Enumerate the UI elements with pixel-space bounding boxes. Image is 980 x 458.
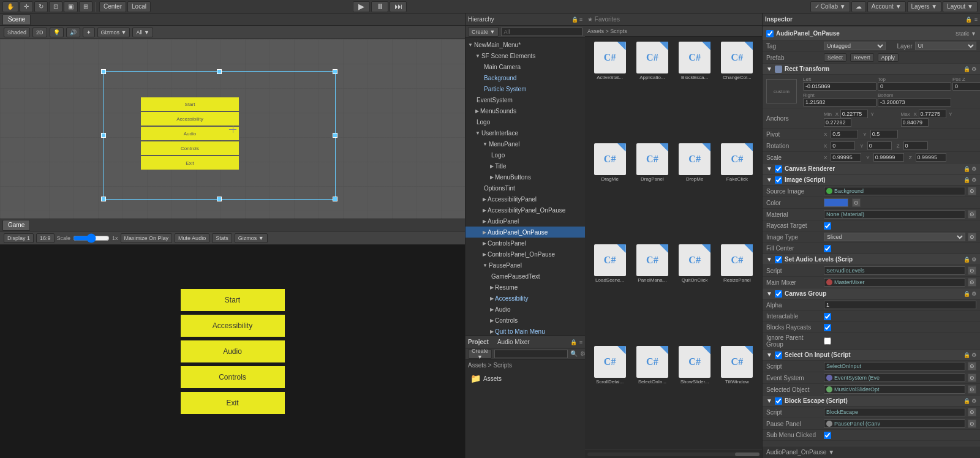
anchor-min-x-field[interactable] bbox=[840, 110, 868, 118]
asset-icon-4[interactable] bbox=[594, 143, 626, 175]
asset-icon-13[interactable] bbox=[636, 346, 668, 378]
move-tool-btn[interactable]: ✛ bbox=[20, 1, 33, 12]
h-item-controls-pause[interactable]: ▶ Controls bbox=[466, 315, 585, 326]
cloud-btn[interactable]: ☁ bbox=[851, 1, 866, 12]
insp-selectoninput-header[interactable]: ▼ Select On Input (Script 🔒 ⚙ bbox=[763, 350, 980, 361]
scroll-thumb[interactable] bbox=[735, 452, 760, 456]
h-item-menubuttons[interactable]: ▶ MenuButtons bbox=[466, 171, 585, 182]
insp-apply-btn[interactable]: Apply bbox=[878, 53, 899, 62]
scroll-track[interactable] bbox=[587, 452, 760, 456]
raycast-checkbox[interactable] bbox=[824, 222, 831, 230]
rect-left-field[interactable] bbox=[803, 82, 876, 91]
soi-checkbox[interactable] bbox=[775, 351, 782, 359]
h-item-accessibility-onpause[interactable]: ▶ AccessibilityPanel_OnPause bbox=[466, 205, 585, 216]
game-start-btn[interactable]: Start bbox=[181, 289, 285, 311]
display-btn[interactable]: Display 1 bbox=[4, 233, 34, 243]
tab-game[interactable]: Game bbox=[2, 220, 30, 231]
effects-btn[interactable]: ✦ bbox=[83, 28, 95, 37]
h-item-audiopanel[interactable]: ▶ AudioPanel bbox=[466, 216, 585, 227]
h-item-accessibilitypanel[interactable]: ▶ AccessibilityPanel bbox=[466, 193, 585, 205]
mute-btn[interactable]: Mute Audio bbox=[175, 233, 209, 243]
color-preview[interactable] bbox=[824, 198, 848, 207]
rect-posz-field[interactable] bbox=[952, 82, 980, 91]
asset-icon-14[interactable] bbox=[679, 346, 710, 378]
h-item-eventsystem[interactable]: EventSystem bbox=[466, 94, 585, 105]
asset-icon-8[interactable] bbox=[594, 244, 626, 276]
asset-icon-3[interactable] bbox=[721, 42, 753, 73]
gizmos-game-btn[interactable]: Gizmos ▼ bbox=[235, 233, 268, 243]
cg-checkbox[interactable] bbox=[775, 290, 782, 298]
hierarchy-search[interactable] bbox=[501, 28, 582, 36]
scale-slider[interactable] bbox=[73, 235, 110, 242]
ignoreparent-checkbox[interactable] bbox=[824, 337, 831, 345]
tab-scene[interactable]: Scene bbox=[2, 14, 31, 25]
h-item-gamepausedtext[interactable]: GamePausedText bbox=[466, 271, 585, 282]
asset-icon-11[interactable] bbox=[721, 244, 753, 276]
rotate-tool-btn[interactable]: ↻ bbox=[34, 1, 48, 12]
soi-script-pick[interactable]: ⊙ bbox=[968, 362, 976, 370]
lights-btn[interactable]: 💡 bbox=[50, 28, 64, 37]
rot-x-field[interactable] bbox=[831, 141, 855, 150]
soi-so-field[interactable]: MusicVolSliderOpt bbox=[824, 385, 965, 394]
insp-canvasgroup-header[interactable]: ▼ Canvas Group 🔒 ⚙ bbox=[763, 288, 980, 299]
rect-right-field[interactable] bbox=[803, 98, 876, 107]
account-btn[interactable]: Account ▼ bbox=[867, 1, 906, 12]
h-item-maincam[interactable]: Main Camera bbox=[466, 61, 585, 72]
hierarchy-create-btn[interactable]: Create ▼ bbox=[468, 27, 499, 37]
ratio-btn[interactable]: 16:9 bbox=[36, 233, 55, 243]
game-controls-btn[interactable]: Controls bbox=[181, 366, 285, 388]
h-item-menupanel[interactable]: ▼ MenuPanel bbox=[466, 138, 585, 149]
imagetype-btn[interactable]: ⊙ bbox=[968, 233, 976, 241]
h-item-menusounds[interactable]: ▶ MenuSounds bbox=[466, 105, 585, 116]
rect-anchor-widget[interactable]: custom bbox=[766, 79, 797, 103]
asset-icon-12[interactable] bbox=[594, 346, 626, 378]
project-create-btn[interactable]: Create ▼ bbox=[468, 349, 492, 359]
anchor-max-x-field[interactable] bbox=[919, 110, 946, 118]
soi-es-pick[interactable]: ⊙ bbox=[968, 374, 976, 382]
be-pp-pick[interactable]: ⊙ bbox=[968, 419, 976, 428]
h-item-userinterface[interactable]: ▼ UserInterface bbox=[466, 127, 585, 138]
pause-btn[interactable]: ⏸ bbox=[371, 1, 388, 12]
sal-mixer-field[interactable]: MasterMixer bbox=[824, 278, 965, 287]
material-field[interactable]: None (Material) bbox=[824, 210, 965, 219]
imagetype-select[interactable]: Sliced bbox=[824, 233, 965, 241]
game-audio-btn[interactable]: Audio bbox=[181, 340, 285, 362]
h-item-sfscene[interactable]: ▼ SF Scene Elements bbox=[466, 50, 585, 61]
h-item-controls-onpause[interactable]: ▶ ControlsPanel_OnPause bbox=[466, 249, 585, 260]
h-item-audio-pause[interactable]: ▶ Audio bbox=[466, 304, 585, 315]
scale-tool-btn[interactable]: ⊡ bbox=[49, 1, 62, 12]
interactable-checkbox[interactable] bbox=[824, 313, 831, 320]
asset-icon-10[interactable] bbox=[679, 244, 710, 276]
h-item-audio-onpause[interactable]: ▶ AudioPanel_OnPause bbox=[466, 227, 585, 238]
be-checkbox[interactable] bbox=[775, 397, 782, 405]
gizmos-scene-btn[interactable]: Gizmos ▼ bbox=[97, 28, 130, 37]
collab-btn[interactable]: ✓ Collab ▼ bbox=[810, 1, 850, 12]
hand-tool-btn[interactable]: ✋ bbox=[2, 1, 18, 12]
insp-layer-select[interactable]: UI bbox=[915, 42, 977, 50]
h-item-accessibility-pause[interactable]: ▶ Accessibility bbox=[466, 293, 585, 304]
layers-scene-btn[interactable]: All ▼ bbox=[132, 28, 153, 37]
asset-icon-5[interactable] bbox=[636, 143, 668, 175]
blocksraycasts-checkbox[interactable] bbox=[824, 324, 831, 331]
anchor-min-y-field[interactable] bbox=[824, 118, 851, 127]
insp-setaudio-header[interactable]: ▼ Set Audio Levels (Scrip 🔒 ⚙ bbox=[763, 254, 980, 265]
breadcrumb-assets[interactable]: Assets bbox=[468, 362, 486, 369]
asset-icon-6[interactable] bbox=[679, 143, 710, 175]
asset-icon-7[interactable] bbox=[721, 143, 753, 175]
breadcrumb-scripts[interactable]: Scripts bbox=[493, 362, 512, 369]
be-sm-checkbox[interactable] bbox=[824, 432, 831, 439]
center-btn[interactable]: Center bbox=[99, 1, 126, 12]
rot-z-field[interactable] bbox=[903, 141, 928, 150]
asset-icon-1[interactable] bbox=[636, 42, 668, 73]
be-script-field[interactable]: BlockEscape bbox=[824, 408, 965, 416]
setaudio-checkbox[interactable] bbox=[775, 256, 782, 263]
maximize-btn[interactable]: Maximize On Play bbox=[121, 233, 173, 243]
canvas-renderer-checkbox[interactable] bbox=[775, 165, 782, 173]
asset-icon-0[interactable] bbox=[594, 42, 626, 73]
asset-icon-2[interactable] bbox=[679, 42, 710, 73]
pivot-y-field[interactable] bbox=[870, 130, 898, 138]
play-btn[interactable]: ▶ bbox=[353, 1, 370, 12]
step-btn[interactable]: ⏭ bbox=[390, 1, 407, 12]
layers-btn[interactable]: Layers ▼ bbox=[907, 1, 942, 12]
material-pick-btn[interactable]: ⊙ bbox=[968, 210, 976, 219]
